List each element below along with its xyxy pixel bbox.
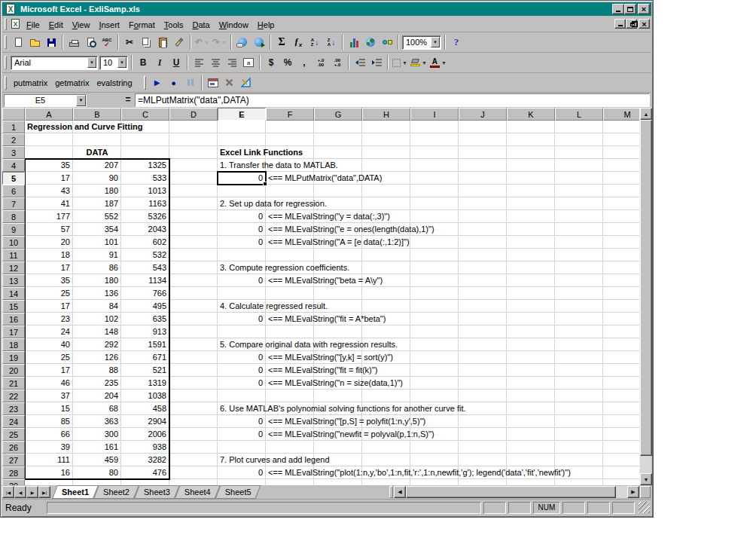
- run-macro-button[interactable]: ▶: [149, 75, 166, 91]
- cell-C4[interactable]: 1325: [121, 160, 166, 170]
- cell-C19[interactable]: 671: [121, 353, 166, 362]
- cell-B10[interactable]: 101: [73, 237, 118, 247]
- cell-E8[interactable]: 0: [218, 212, 263, 222]
- save-button[interactable]: [43, 34, 59, 50]
- cell-B3[interactable]: DATA: [73, 148, 121, 157]
- row-header-20[interactable]: 20: [2, 364, 25, 377]
- cell-B15[interactable]: 84: [73, 301, 118, 311]
- column-header-A[interactable]: A: [25, 108, 73, 121]
- cell-E21[interactable]: 0: [218, 378, 263, 388]
- cell-E15[interactable]: 4. Calculate regressed result.: [220, 301, 328, 311]
- cell-A14[interactable]: 25: [25, 289, 70, 298]
- row-header-16[interactable]: 16: [2, 313, 25, 326]
- cell-F20[interactable]: <== MLEvalString("fit = fit(k)"): [268, 365, 377, 375]
- cell-C28[interactable]: 476: [121, 468, 166, 478]
- copy-button[interactable]: [138, 34, 154, 50]
- cell-E27[interactable]: 7. Plot curves and add legend: [220, 455, 330, 465]
- vertical-scroll-track[interactable]: [640, 120, 651, 473]
- italic-button[interactable]: I: [151, 54, 168, 71]
- spelling-button[interactable]: ABC✓: [99, 34, 115, 50]
- menu-format[interactable]: Format: [124, 18, 160, 32]
- row-header-10[interactable]: 10: [2, 236, 25, 249]
- cell-E12[interactable]: 3. Compute regression coefficients.: [220, 263, 349, 273]
- workbook-restore-button[interactable]: [626, 19, 637, 29]
- cell-C10[interactable]: 602: [121, 237, 166, 247]
- cell-A26[interactable]: 39: [25, 442, 70, 452]
- undo-button[interactable]: ↶▼: [194, 34, 211, 50]
- paste-function-button[interactable]: ƒx: [290, 34, 306, 50]
- font-size-combobox[interactable]: 10▼: [99, 56, 128, 70]
- print-preview-button[interactable]: [82, 34, 99, 50]
- cell-E25[interactable]: 0: [218, 429, 263, 439]
- new-button[interactable]: [10, 34, 26, 50]
- menu-window[interactable]: Window: [215, 18, 253, 32]
- cell-C12[interactable]: 543: [121, 263, 166, 273]
- map-button[interactable]: [362, 34, 379, 50]
- menu-file[interactable]: File: [22, 18, 44, 32]
- cell-E13[interactable]: 0: [218, 276, 263, 286]
- align-center-button[interactable]: [207, 54, 224, 71]
- decrease-indent-button[interactable]: [352, 54, 368, 71]
- menu-insert[interactable]: Insert: [94, 18, 124, 32]
- scroll-up-button[interactable]: ▲: [640, 108, 652, 120]
- row-header-18[interactable]: 18: [2, 338, 25, 351]
- excel-link-toolbar-handle[interactable]: [5, 76, 7, 90]
- grid-cells-area[interactable]: Regression and Curve FittingDATAExcel Li…: [25, 121, 639, 485]
- cell-E7[interactable]: 2. Set up data for regression.: [220, 199, 327, 209]
- cell-E28[interactable]: 0: [218, 468, 263, 478]
- vertical-scrollbar[interactable]: ▲ ▼: [639, 108, 651, 485]
- cell-B8[interactable]: 552: [73, 212, 118, 222]
- vertical-scroll-thumb[interactable]: [640, 120, 652, 456]
- format-painter-button[interactable]: [171, 34, 187, 50]
- cell-A18[interactable]: 40: [25, 340, 70, 350]
- cell-E18[interactable]: 5. Compare original data with regression…: [220, 340, 398, 350]
- cell-C22[interactable]: 1038: [121, 391, 166, 401]
- cell-C13[interactable]: 1134: [121, 276, 166, 286]
- first-sheet-button[interactable]: |◀: [2, 486, 14, 498]
- cell-A13[interactable]: 35: [25, 276, 70, 286]
- menu-drag-handle[interactable]: [5, 18, 7, 30]
- menu-tools[interactable]: Tools: [160, 18, 188, 32]
- align-right-button[interactable]: [224, 54, 240, 71]
- row-header-29[interactable]: 29: [2, 479, 25, 485]
- row-header-19[interactable]: 19: [2, 351, 25, 364]
- workbook-close-button[interactable]: ×: [639, 19, 650, 29]
- cell-A25[interactable]: 66: [25, 429, 70, 439]
- increase-decimal-button[interactable]: +.0.00: [312, 54, 329, 71]
- web-toolbar-button[interactable]: [251, 34, 267, 50]
- cell-B17[interactable]: 148: [73, 327, 118, 337]
- sort-descending-button[interactable]: ZA↓: [323, 34, 340, 50]
- tb-format-handle[interactable]: [5, 56, 7, 69]
- cell-F28[interactable]: <== MLEvalString("plot(1:n,y,'bo',1:n,fi…: [268, 468, 571, 478]
- next-sheet-button[interactable]: ▶: [26, 486, 38, 498]
- cut-button[interactable]: ✂: [121, 34, 138, 50]
- cell-E23[interactable]: 6. Use MATLAB's polynomial solving funct…: [220, 404, 466, 414]
- scroll-down-button[interactable]: ▼: [640, 473, 652, 485]
- sheet-tab-sheet1[interactable]: Sheet1: [52, 485, 99, 499]
- font-combobox[interactable]: Arial▼: [11, 56, 98, 70]
- column-header-J[interactable]: J: [459, 108, 507, 121]
- print-button[interactable]: [66, 34, 82, 50]
- chart-wizard-button[interactable]: [346, 34, 362, 50]
- cell-C27[interactable]: 3282: [121, 455, 166, 465]
- workbook-minimize-button[interactable]: [614, 19, 626, 29]
- cell-B23[interactable]: 68: [73, 404, 118, 414]
- help-button[interactable]: ?: [448, 34, 465, 50]
- row-header-4[interactable]: 4: [2, 159, 25, 172]
- cell-B18[interactable]: 292: [73, 340, 118, 350]
- column-header-L[interactable]: L: [555, 108, 603, 121]
- bold-button[interactable]: B: [135, 54, 151, 71]
- comma-button[interactable]: ,: [296, 54, 312, 71]
- cell-A20[interactable]: 17: [25, 365, 70, 375]
- autosum-button[interactable]: Σ: [273, 34, 290, 50]
- column-header-M[interactable]: M: [603, 108, 639, 121]
- cell-C14[interactable]: 766: [121, 289, 166, 298]
- cell-F10[interactable]: <== MLEvalString("A = [e data(:,1:2)]"): [268, 237, 410, 247]
- putmatrix-button[interactable]: putmatrix: [10, 76, 51, 90]
- cell-B14[interactable]: 136: [73, 289, 118, 298]
- sheet-tab-sheet4[interactable]: Sheet4: [175, 485, 221, 499]
- cell-C18[interactable]: 1591: [121, 340, 166, 350]
- pause-macro-button[interactable]: [182, 75, 199, 91]
- cell-E3[interactable]: Excel Link Functions: [220, 148, 303, 157]
- cell-A28[interactable]: 16: [25, 468, 70, 478]
